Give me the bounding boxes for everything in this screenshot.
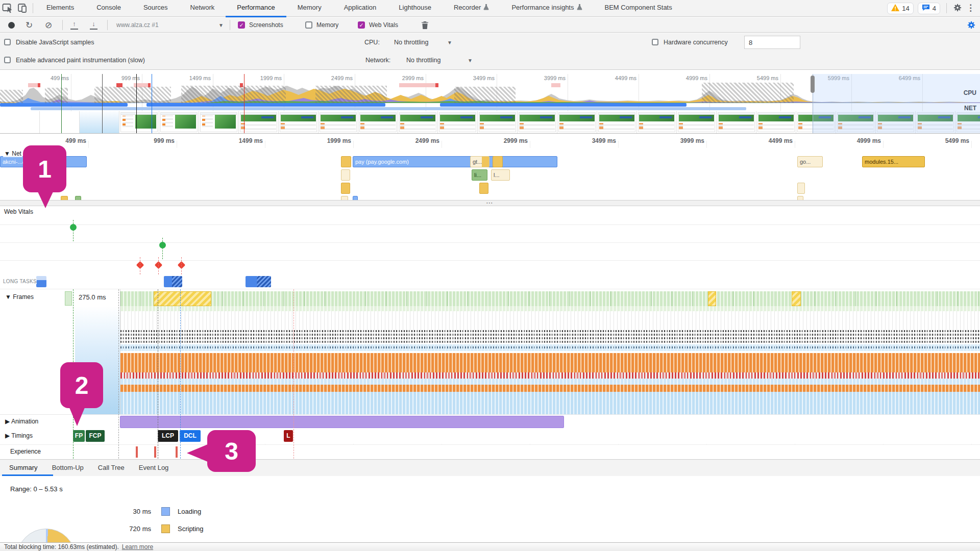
network-request-bar[interactable] <box>75 196 81 200</box>
network-request-bar[interactable] <box>493 156 503 167</box>
frames-track[interactable]: ▼ Frames 275.0 ms <box>0 289 980 414</box>
filmstrip-frame[interactable] <box>0 111 40 133</box>
learn-more-link[interactable]: Learn more <box>122 543 153 550</box>
tab-memory[interactable]: Memory <box>286 0 333 17</box>
history-select[interactable]: www.alza.cz #1 <box>116 19 159 31</box>
layout-shift-tick[interactable] <box>136 446 138 458</box>
filmstrip-frame[interactable] <box>159 111 199 133</box>
animation-track-label[interactable]: ▶ Animation <box>4 418 39 425</box>
details-tab-bottom-up[interactable]: Bottom-Up <box>45 460 91 476</box>
tab-sources[interactable]: Sources <box>132 0 179 17</box>
tab-console[interactable]: Console <box>85 0 132 17</box>
filmstrip-frame[interactable] <box>358 111 398 133</box>
issues-badge[interactable]: 4 <box>918 3 940 14</box>
long-task-bar[interactable] <box>36 276 46 287</box>
network-request-bar[interactable] <box>341 196 348 200</box>
long-tasks-track[interactable]: LONG TASKS <box>0 275 980 289</box>
filmstrip-frame[interactable] <box>677 111 717 133</box>
timing-badge-fcp[interactable]: FCP <box>86 430 105 442</box>
filmstrip-frame[interactable] <box>199 111 239 133</box>
filmstrip-frame[interactable] <box>478 111 518 133</box>
tab-recorder[interactable]: Recorder <box>443 0 500 17</box>
network-request-bar[interactable] <box>341 169 350 181</box>
settings-gear-icon[interactable] <box>953 3 962 14</box>
animation-track[interactable]: ▶ Animation <box>0 414 980 429</box>
filmstrip-frame[interactable] <box>438 111 478 133</box>
long-task-bar[interactable] <box>246 276 271 287</box>
filmstrip-frame[interactable] <box>398 111 438 133</box>
filmstrip-frame[interactable] <box>637 111 677 133</box>
network-request-bar[interactable] <box>341 156 351 167</box>
hardware-concurrency-input[interactable] <box>744 36 800 49</box>
overview-drag-handle[interactable] <box>811 76 815 93</box>
timings-track-label[interactable]: ▶ Timings <box>4 432 34 439</box>
network-request-bar[interactable] <box>353 196 358 200</box>
details-tab-summary[interactable]: Summary <box>2 460 45 476</box>
paint-instrumentation-checkbox[interactable] <box>4 57 11 63</box>
filmstrip-frame[interactable] <box>318 111 358 133</box>
overview-unselected-region[interactable] <box>813 74 980 133</box>
network-request-bar[interactable]: li... <box>472 169 487 181</box>
timing-badge-lcp[interactable]: LCP <box>158 430 178 442</box>
tab-bem-component-stats[interactable]: BEM Component Stats <box>594 0 683 17</box>
tab-network[interactable]: Network <box>179 0 226 17</box>
warnings-badge[interactable]: 14 <box>887 3 913 14</box>
network-track-label[interactable]: ▼ Net <box>3 150 22 157</box>
tab-elements[interactable]: Elements <box>35 0 85 17</box>
network-request-bar[interactable] <box>797 183 805 194</box>
details-tab-event-log[interactable]: Event Log <box>132 460 176 476</box>
device-toolbar-icon[interactable] <box>15 2 31 15</box>
network-request-bar[interactable]: gt... <box>470 156 489 167</box>
filmstrip-frame[interactable] <box>119 111 159 133</box>
timing-badge-fp[interactable]: FP <box>73 430 85 442</box>
long-task-bar[interactable] <box>164 276 182 287</box>
screenshots-checkbox[interactable]: ✓ <box>238 19 245 31</box>
tab-performance[interactable]: Performance <box>226 0 286 17</box>
experience-track[interactable]: Experience <box>0 444 980 459</box>
frames-filmstrip-dense[interactable] <box>120 289 980 414</box>
network-track[interactable]: ▼ Net akcni-...al...pay (pay.google.com)… <box>0 148 980 200</box>
network-request-bar[interactable]: pay (pay.google.com) <box>353 156 557 167</box>
timeline-overview[interactable]: 499 ms999 ms1499 ms1999 ms2499 ms2999 ms… <box>0 70 980 134</box>
layout-shift-tick[interactable] <box>176 446 178 458</box>
reload-record-icon[interactable]: ↻ <box>26 19 33 31</box>
tab-lighthouse[interactable]: Lighthouse <box>387 0 443 17</box>
web-vitals-track[interactable]: Web Vitals <box>0 206 980 275</box>
save-profile-icon[interactable]: ↓ <box>90 19 97 31</box>
pane-splitter[interactable] <box>0 200 980 206</box>
filmstrip-frame[interactable] <box>756 111 796 133</box>
more-options-icon[interactable]: ⋮ <box>966 5 975 12</box>
network-request-bar[interactable] <box>797 196 803 200</box>
filmstrip-frame[interactable] <box>279 111 318 133</box>
tab-performance-insights[interactable]: Performance insights <box>500 0 593 17</box>
network-request-bar[interactable]: go... <box>797 156 823 167</box>
tab-application[interactable]: Application <box>333 0 388 17</box>
filmstrip-frame[interactable] <box>557 111 597 133</box>
disable-js-checkbox[interactable] <box>4 39 11 45</box>
network-request-bar[interactable] <box>479 183 488 194</box>
web-vitals-checkbox[interactable]: ✓ <box>358 19 365 31</box>
trash-icon[interactable] <box>422 19 428 31</box>
network-request-bar[interactable] <box>341 183 350 194</box>
layout-shift-tick[interactable] <box>154 446 156 458</box>
capture-settings-gear-icon[interactable] <box>967 19 976 31</box>
cpu-throttle-select[interactable]: No throttling <box>394 39 428 46</box>
filmstrip-frame[interactable] <box>717 111 756 133</box>
memory-checkbox[interactable] <box>305 19 312 31</box>
filmstrip-frame[interactable] <box>80 111 119 133</box>
hardware-concurrency-checkbox[interactable] <box>652 39 658 45</box>
load-profile-icon[interactable]: ↑ <box>70 19 78 31</box>
inspect-element-icon[interactable] <box>0 2 15 15</box>
network-request-bar[interactable]: modules.15... <box>862 156 925 167</box>
timing-badge-dcl[interactable]: DCL <box>180 430 201 442</box>
details-tab-call-tree[interactable]: Call Tree <box>91 460 132 476</box>
animation-bar[interactable] <box>120 416 564 428</box>
network-request-bar[interactable] <box>61 196 68 200</box>
network-request-bar[interactable]: l... <box>491 169 510 181</box>
frames-track-label[interactable]: ▼ Frames <box>4 293 35 300</box>
record-button[interactable] <box>8 19 15 31</box>
timing-badge-l[interactable]: L <box>284 430 293 442</box>
filmstrip-frame[interactable] <box>40 111 80 133</box>
filmstrip-frame[interactable] <box>239 111 279 133</box>
timings-track[interactable]: ▶ Timings FPFCPLCPDCLL <box>0 429 980 444</box>
